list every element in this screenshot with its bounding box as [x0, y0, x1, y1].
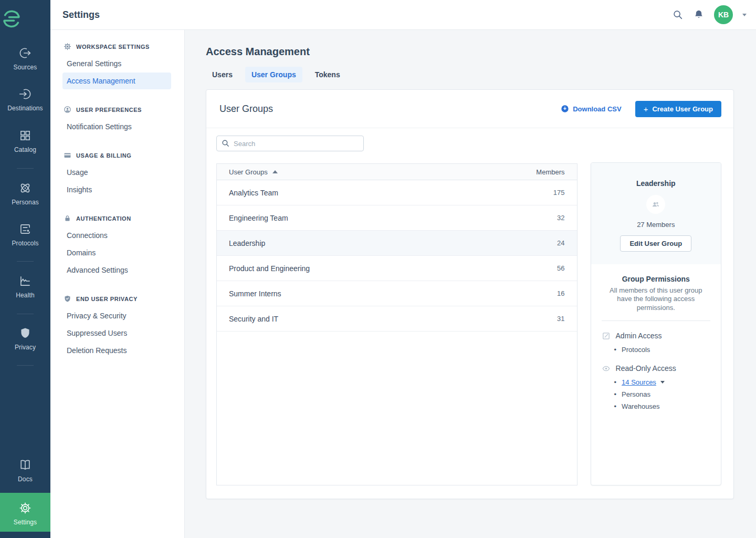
- list-item: Personas: [614, 388, 710, 400]
- nav-item-suppressed-users[interactable]: Suppressed Users: [62, 325, 171, 342]
- download-csv-label: Download CSV: [573, 105, 621, 113]
- table-row[interactable]: Product and Engineering 56: [217, 256, 577, 281]
- topbar: Settings KB: [50, 0, 756, 30]
- protocols-icon: [18, 222, 32, 236]
- list-item: 14 Sources: [614, 376, 710, 388]
- plus-icon: +: [644, 105, 648, 113]
- expand-caret-icon[interactable]: [660, 381, 665, 384]
- sidebar-item-protocols[interactable]: Protocols: [0, 222, 50, 247]
- credit-card-icon: [64, 151, 71, 159]
- access-management-tabs: Users User Groups Tokens: [206, 67, 735, 82]
- tab-tokens[interactable]: Tokens: [309, 67, 346, 82]
- search-box: [216, 136, 364, 151]
- nav-section-usage-billing: USAGE & BILLING Usage Insights: [50, 147, 184, 198]
- list-item: Protocols: [614, 344, 710, 356]
- nav-section-header: END USER PRIVACY: [50, 291, 184, 307]
- lock-icon: [64, 214, 71, 222]
- admin-access-list: Protocols: [614, 344, 710, 356]
- table-row[interactable]: Summer Interns 16: [217, 281, 577, 306]
- sidebar-item-sources[interactable]: Sources: [0, 46, 50, 71]
- search-icon: [221, 139, 230, 148]
- page-title: Access Management: [206, 46, 735, 58]
- notifications-bell-icon[interactable]: [693, 9, 705, 20]
- tab-users[interactable]: Users: [206, 67, 239, 82]
- divider: [602, 320, 710, 321]
- sidebar-item-label: Docs: [18, 475, 33, 483]
- sidebar-item-settings[interactable]: Settings: [0, 493, 50, 532]
- nav-item-notification-settings[interactable]: Notification Settings: [62, 118, 171, 135]
- admin-access-label: Admin Access: [616, 332, 662, 340]
- nav-item-domains[interactable]: Domains: [62, 244, 171, 261]
- sidebar-item-label: Privacy: [15, 344, 36, 351]
- sort-ascending-icon: [272, 170, 278, 173]
- privacy-shield-icon: [18, 326, 32, 340]
- nav-item-deletion-requests[interactable]: Deletion Requests: [62, 342, 171, 359]
- nav-item-general-settings[interactable]: General Settings: [62, 55, 171, 72]
- health-icon: [18, 274, 32, 288]
- people-icon: [650, 199, 661, 210]
- eye-icon: [602, 364, 611, 373]
- sidebar-item-docs[interactable]: Docs: [0, 458, 50, 483]
- page-header-title: Settings: [62, 9, 100, 20]
- group-summary: Leadership 27 Members Edi: [591, 163, 721, 264]
- edit-user-group-button[interactable]: Edit User Group: [620, 235, 691, 252]
- sidebar-item-label: Destinations: [7, 105, 43, 112]
- app-sidebar: Sources Destinations Catalog Personas: [0, 0, 50, 538]
- search-icon[interactable]: [672, 9, 684, 20]
- permissions-description: All members of this user group have the …: [602, 286, 710, 312]
- user-avatar[interactable]: KB: [714, 5, 733, 24]
- table-header-row: User Groups Members: [217, 164, 577, 180]
- nav-section-user-preferences: USER PREFERENCES Notification Settings: [50, 101, 184, 135]
- nav-item-connections[interactable]: Connections: [62, 227, 171, 244]
- group-avatar: [646, 195, 665, 214]
- sidebar-item-catalog[interactable]: Catalog: [0, 129, 50, 154]
- gear-icon: [64, 43, 71, 50]
- table-row-selected[interactable]: Leadership 24: [217, 231, 577, 256]
- segment-logo-icon[interactable]: [0, 7, 50, 30]
- account-menu-caret-icon[interactable]: [742, 14, 747, 16]
- create-user-group-label: Create User Group: [652, 105, 713, 113]
- sidebar-item-destinations[interactable]: Destinations: [0, 87, 50, 112]
- column-header-user-groups[interactable]: User Groups: [229, 168, 278, 176]
- nav-item-usage[interactable]: Usage: [62, 164, 171, 181]
- search-input[interactable]: [216, 136, 364, 151]
- personas-icon: [18, 181, 32, 195]
- nav-item-advanced-settings[interactable]: Advanced Settings: [62, 262, 171, 278]
- sidebar-item-label: Sources: [14, 64, 37, 71]
- destinations-icon: [18, 87, 32, 101]
- sidebar-divider: [17, 261, 34, 262]
- table-row[interactable]: Engineering Team 32: [217, 205, 577, 231]
- tab-user-groups[interactable]: User Groups: [245, 67, 302, 82]
- nav-section-end-user-privacy: END USER PRIVACY Privacy & Security Supp…: [50, 291, 184, 359]
- sidebar-item-privacy[interactable]: Privacy: [0, 326, 50, 351]
- nav-item-insights[interactable]: Insights: [62, 181, 171, 198]
- list-item: Warehouses: [614, 400, 710, 412]
- admin-access-row: Admin Access: [602, 332, 710, 340]
- nav-item-access-management[interactable]: Access Management: [62, 73, 171, 89]
- group-permissions: Group Permissions All members of this us…: [591, 264, 721, 412]
- user-groups-card: User Groups Download CSV + Create User G…: [206, 89, 734, 499]
- sidebar-item-label: Catalog: [14, 146, 36, 153]
- sidebar-item-label: Protocols: [12, 240, 38, 247]
- nav-section-header: USER PREFERENCES: [50, 101, 184, 118]
- group-member-count: 27 Members: [600, 221, 712, 229]
- nav-item-privacy-security[interactable]: Privacy & Security: [62, 307, 171, 324]
- readonly-access-list: 14 Sources Personas Warehouses: [614, 376, 710, 412]
- sidebar-item-health[interactable]: Health: [0, 274, 50, 299]
- permissions-title: Group Permissions: [602, 275, 710, 283]
- user-groups-table: User Groups Members Analytics Team 175 E…: [216, 163, 578, 485]
- card-header: User Groups Download CSV + Create User G…: [206, 90, 733, 128]
- create-user-group-button[interactable]: + Create User Group: [635, 101, 721, 117]
- download-csv-link[interactable]: Download CSV: [561, 105, 621, 113]
- table-row[interactable]: Analytics Team 175: [217, 180, 577, 205]
- sidebar-item-personas[interactable]: Personas: [0, 181, 50, 206]
- sources-icon: [18, 46, 32, 60]
- sidebar-divider: [17, 365, 34, 366]
- nav-section-authentication: AUTHENTICATION Connections Domains Advan…: [50, 210, 184, 278]
- catalog-icon: [18, 129, 32, 142]
- edit-square-icon: [602, 332, 611, 340]
- sidebar-item-label: Health: [16, 292, 34, 299]
- sources-count-link[interactable]: 14 Sources: [622, 378, 656, 386]
- table-row[interactable]: Security and IT 31: [217, 306, 577, 332]
- table-empty-area: [217, 332, 577, 485]
